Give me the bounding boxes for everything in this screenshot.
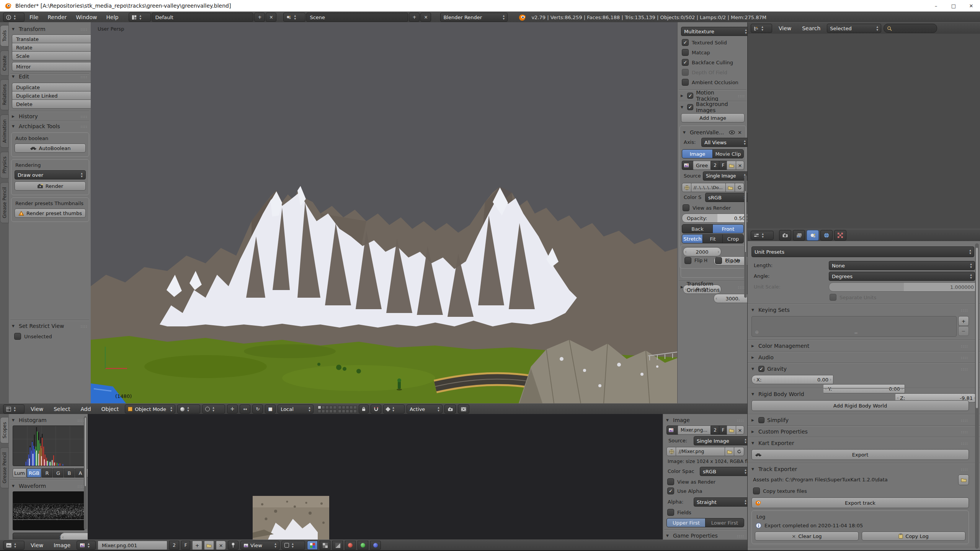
draw-over-selector[interactable]: Draw over xyxy=(15,170,86,179)
panel-drag-dots[interactable] xyxy=(738,93,745,98)
alpha-mode-selector[interactable]: Straight xyxy=(694,497,748,507)
grease-pencil-tab[interactable]: Grease Pencil xyxy=(0,447,9,488)
panel-drag-dots[interactable] xyxy=(80,74,88,79)
eye-icon[interactable] xyxy=(729,130,735,134)
menu-add[interactable]: Add xyxy=(76,406,95,412)
panel-drag-dots[interactable] xyxy=(961,392,968,397)
unit-presets-selector[interactable]: Unit Presets xyxy=(751,246,974,257)
panel-kart-exporter[interactable]: Kart Exporter xyxy=(751,439,968,447)
channel-rgb-button[interactable]: RGB xyxy=(27,468,41,478)
render-engine-selector[interactable]: Blender Render xyxy=(440,13,508,22)
opengl-render-button[interactable] xyxy=(444,404,456,414)
menu-render[interactable]: Render xyxy=(43,14,71,20)
movie-clip-toggle[interactable]: Movie Clip xyxy=(712,149,744,158)
draw-channel-b[interactable] xyxy=(370,541,381,550)
angle-selector[interactable]: Degrees xyxy=(829,272,975,281)
panel-drag-dots[interactable] xyxy=(737,418,744,423)
panel-drag-dots[interactable] xyxy=(961,418,968,423)
source-selector[interactable]: Single Image xyxy=(703,171,749,181)
toolshelf-tab-grease-pencil[interactable]: Grease Pencil xyxy=(0,182,9,223)
toolshelf-tab-physics[interactable]: Physics xyxy=(0,152,9,178)
panel-drag-dots[interactable] xyxy=(961,441,968,446)
panel-keying-sets[interactable]: Keying Sets xyxy=(751,306,968,314)
npanel-scrollbar[interactable] xyxy=(744,175,747,298)
panel-drag-dots[interactable] xyxy=(961,344,968,349)
copy-log-button[interactable]: Copy Log xyxy=(862,531,965,541)
flip-horizontal-checkbox[interactable] xyxy=(684,257,691,264)
panel-transform[interactable]: Transform xyxy=(12,25,88,33)
shading-mode-selector[interactable]: Multitexture xyxy=(681,27,750,36)
translate-button[interactable]: Translate xyxy=(12,34,92,43)
tab-world[interactable] xyxy=(820,230,833,241)
channel-b-button[interactable]: B xyxy=(64,468,75,478)
waveform-mode-selector[interactable] xyxy=(13,533,65,540)
channel-r-button[interactable]: R xyxy=(42,468,52,478)
panel-motion-tracking[interactable]: Motion Tracking xyxy=(681,92,745,99)
keying-sets-list[interactable]: ⊕ = xyxy=(751,316,957,337)
editor-type-selector[interactable] xyxy=(3,404,24,414)
duplicate-linked-button[interactable]: Duplicate Linked xyxy=(12,91,92,100)
menu-image[interactable]: Image xyxy=(49,542,75,548)
colorspace-selector[interactable]: sRGB xyxy=(700,467,748,476)
channel-lum-button[interactable]: Lum xyxy=(13,468,26,478)
ambient-occlusion-checkbox[interactable] xyxy=(682,79,689,86)
fake-user-button[interactable]: F xyxy=(181,541,190,550)
duplicate-button[interactable]: Duplicate xyxy=(12,83,92,91)
panel-drag-dots[interactable] xyxy=(961,355,968,360)
pin-image-toggle[interactable] xyxy=(228,541,238,550)
open-image-button[interactable] xyxy=(204,541,214,550)
panel-drag-dots[interactable] xyxy=(80,27,88,32)
editor-type-selector[interactable] xyxy=(751,231,774,240)
background-image-entry-header[interactable]: GreenValle... ✕ xyxy=(683,129,742,136)
image-toggle[interactable]: Image xyxy=(682,149,713,158)
scale-manipulator[interactable]: ■ xyxy=(265,404,276,414)
motion-tracking-checkbox[interactable] xyxy=(687,93,693,99)
colorspace-selector[interactable]: sRGB xyxy=(705,193,749,202)
export-track-button[interactable]: Export track xyxy=(751,497,969,508)
toolshelf-tab-relations[interactable]: Relations xyxy=(0,79,9,110)
image-slot-selector[interactable]: View xyxy=(240,541,279,550)
viewport-3d[interactable]: User Persp (1480) xyxy=(91,22,677,403)
view-as-render-checkbox[interactable] xyxy=(683,204,689,211)
snap-toggle[interactable] xyxy=(371,404,381,414)
stretch-toggle[interactable]: Stretch xyxy=(682,234,703,243)
reload-image-button[interactable] xyxy=(735,183,744,192)
panel-track-exporter[interactable]: Track Exporter xyxy=(751,465,968,473)
outliner-display-filter[interactable]: Selected xyxy=(827,24,881,33)
back-toggle[interactable]: Back xyxy=(682,224,713,233)
menu-view[interactable]: View xyxy=(26,542,47,548)
lock-to-scene-toggle[interactable] xyxy=(359,404,369,414)
unlink-image-button[interactable]: × xyxy=(736,161,744,170)
world-path-icon-button[interactable] xyxy=(666,447,676,456)
image-path-field[interactable]: //Mixer.png xyxy=(676,447,728,456)
world-path-icon-button[interactable] xyxy=(682,183,692,192)
length-selector[interactable]: None xyxy=(829,261,975,270)
reload-image-button[interactable] xyxy=(734,447,744,456)
add-rigid-body-world-button[interactable]: Add Rigid Body World xyxy=(751,400,969,411)
panel-waveform[interactable]: Waveform xyxy=(12,482,85,490)
upper-first-toggle[interactable]: Upper First xyxy=(666,518,706,527)
gravity-checkbox[interactable] xyxy=(758,366,764,372)
panel-drag-dots[interactable] xyxy=(961,308,968,313)
editor-type-selector[interactable] xyxy=(3,13,24,22)
flip-vertical-checkbox[interactable] xyxy=(715,257,722,264)
draw-channel-color-alpha[interactable] xyxy=(307,541,318,550)
delete-layout-button[interactable]: × xyxy=(266,13,276,22)
size-x-field[interactable]: 2000 xyxy=(683,247,721,256)
panel-edit[interactable]: Edit xyxy=(12,73,88,80)
panel-histogram[interactable]: Histogram xyxy=(12,416,85,424)
outliner-body[interactable] xyxy=(747,34,980,229)
outliner-search-input[interactable] xyxy=(884,24,937,33)
panel-custom-properties[interactable]: Custom Properties xyxy=(751,428,968,435)
close-button[interactable]: ✕ xyxy=(962,0,980,11)
panel-audio[interactable]: Audio xyxy=(751,354,968,361)
pivot-point-selector[interactable] xyxy=(202,404,225,414)
browse-path-button[interactable] xyxy=(725,447,735,456)
render-button[interactable]: Render xyxy=(15,181,86,191)
axis-selector[interactable]: All Views xyxy=(701,138,749,147)
menu-window[interactable]: Window xyxy=(72,14,101,20)
image-name-field[interactable]: Mixer.png.001 xyxy=(98,541,167,550)
waveform-opacity-field[interactable] xyxy=(60,533,88,540)
panel-color-management[interactable]: Color Management xyxy=(751,342,968,350)
unlink-image-button[interactable]: × xyxy=(216,541,226,550)
